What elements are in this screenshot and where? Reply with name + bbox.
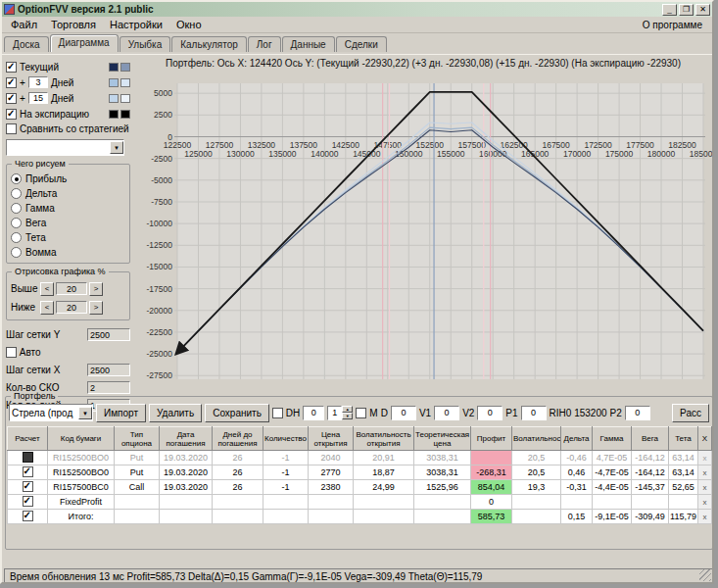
increase-button[interactable]: > [89, 301, 103, 315]
dh-stepper-value[interactable]: 1 [327, 406, 342, 420]
column-header[interactable]: Тип опциона [115, 427, 160, 451]
row-checkbox[interactable] [23, 452, 33, 463]
status-bar: Время обновления 13 мс Profit=585,73 Del… [4, 568, 714, 584]
days-input[interactable]: 15 [28, 92, 48, 104]
column-header[interactable]: X [698, 427, 712, 451]
percent-input[interactable]: 20 [56, 301, 87, 314]
about-menu-item[interactable]: О программе [635, 19, 710, 31]
import-button[interactable]: Импорт [96, 404, 146, 422]
m-checkbox[interactable] [356, 408, 366, 418]
dh-stepper[interactable]: 1 ▲ ▼ [327, 406, 353, 420]
menu-item[interactable]: Настройки [103, 18, 169, 31]
resize-grip[interactable] [699, 569, 711, 581]
increase-button[interactable]: > [89, 282, 103, 296]
row-delete[interactable]: x [698, 510, 712, 524]
row-checkbox[interactable] [23, 511, 33, 521]
color-swatch[interactable] [120, 110, 130, 119]
radio-option[interactable] [11, 218, 22, 228]
row-delete[interactable]: x [698, 480, 712, 495]
column-header[interactable]: Тета [669, 427, 698, 451]
grid-field[interactable]: 2500 [87, 328, 130, 341]
percent-input[interactable]: 20 [56, 282, 87, 295]
color-swatch[interactable] [109, 63, 119, 72]
tab-4[interactable]: Калькулятор [171, 36, 247, 52]
strategy-select[interactable]: Стрела (прод ▼ [9, 404, 93, 421]
spin-down-icon[interactable]: ▼ [342, 413, 353, 419]
grid-field[interactable]: 2500 [87, 364, 130, 376]
color-swatch[interactable] [109, 94, 119, 103]
column-header[interactable]: Вега [632, 427, 669, 451]
v1-input[interactable]: 0 [434, 406, 459, 420]
column-header[interactable]: Дельта [561, 427, 593, 451]
legend-checkbox[interactable] [6, 62, 17, 73]
tab-1[interactable]: Доска [4, 36, 49, 52]
radio-label: Тета [25, 232, 46, 243]
radio-option[interactable] [11, 232, 22, 243]
svg-text:-2500: -2500 [151, 154, 172, 164]
column-header[interactable]: Теоретическая цена [414, 427, 471, 451]
p2-input[interactable]: 0 [625, 406, 650, 420]
dh-checkbox[interactable] [272, 408, 283, 418]
column-header[interactable]: Цена открытия [309, 427, 354, 451]
delete-button[interactable]: Удалить [149, 404, 202, 422]
strategy-compare-select[interactable]: ▼ [6, 139, 124, 156]
menu-item[interactable]: Файл [4, 18, 44, 31]
tab-3[interactable]: Улыбка [120, 36, 171, 52]
column-header[interactable]: Дата погашения [160, 427, 213, 451]
color-swatch[interactable] [120, 94, 130, 103]
chevron-down-icon[interactable]: ▼ [110, 141, 123, 154]
radio-option[interactable] [11, 203, 22, 214]
column-header[interactable]: Волатильность [512, 427, 561, 451]
row-delete[interactable]: x [698, 466, 712, 480]
save-button[interactable]: Сохранить [205, 404, 269, 422]
minimize-button[interactable]: _ [662, 4, 677, 16]
decrease-button[interactable]: < [40, 282, 54, 296]
p1-input[interactable]: 0 [521, 406, 547, 420]
column-header[interactable]: Волатильность открытия [354, 427, 414, 451]
chevron-down-icon[interactable]: ▼ [78, 407, 92, 419]
radio-option[interactable] [11, 247, 22, 258]
row-delete[interactable]: x [698, 495, 712, 510]
tab-5[interactable]: Лог [248, 36, 281, 52]
column-header[interactable]: Код бумаги [48, 427, 115, 451]
column-header[interactable]: Дней до погашения [213, 427, 263, 451]
color-swatch[interactable] [120, 63, 130, 72]
calculate-button[interactable]: Расс [672, 404, 709, 422]
days-input[interactable]: 3 [28, 76, 48, 88]
row-checkbox[interactable] [23, 481, 33, 492]
tab-2[interactable]: Диаграмма [50, 34, 119, 52]
d-input[interactable]: 0 [391, 406, 416, 420]
row-checkbox[interactable] [23, 496, 33, 507]
menu-item[interactable]: Торговля [44, 18, 103, 31]
table-row: Итого:585,730,15-9,1E-05-309,49115,79x [8, 510, 712, 524]
maximize-button[interactable]: ❐ [679, 4, 694, 16]
legend-checkbox[interactable] [6, 109, 17, 120]
dh-label: DH [286, 408, 300, 418]
color-swatch[interactable] [109, 78, 119, 87]
auto-checkbox[interactable] [6, 347, 17, 358]
row-delete[interactable]: x [698, 451, 712, 466]
radio-option[interactable] [11, 173, 22, 184]
grid-field[interactable]: 2 [87, 381, 130, 394]
compare-checkbox[interactable] [6, 123, 17, 134]
color-swatch[interactable] [120, 78, 130, 87]
dh-input[interactable]: 0 [303, 406, 324, 420]
column-header[interactable]: Гамма [593, 427, 632, 451]
column-header[interactable]: Количество [263, 427, 309, 451]
row-checkbox[interactable] [23, 466, 33, 477]
decrease-button[interactable]: < [40, 301, 54, 315]
column-header[interactable]: Расчет [8, 427, 48, 451]
spin-up-icon[interactable]: ▲ [342, 406, 353, 413]
draw-group-title: Чего рисуем [12, 159, 69, 169]
tab-7[interactable]: Сделки [336, 36, 387, 52]
legend-checkbox[interactable] [6, 77, 17, 88]
portfolio-panel: Портфель Стрела (прод ▼ Импорт Удалить С… [5, 396, 713, 550]
menu-item[interactable]: Окно [169, 18, 209, 31]
legend-checkbox[interactable] [6, 93, 17, 104]
radio-option[interactable] [11, 188, 22, 199]
color-swatch[interactable] [109, 110, 119, 119]
tab-6[interactable]: Данные [282, 36, 335, 52]
close-button[interactable]: ✕ [695, 4, 710, 16]
column-header[interactable]: Профит [471, 427, 512, 451]
v2-input[interactable]: 0 [477, 406, 503, 420]
